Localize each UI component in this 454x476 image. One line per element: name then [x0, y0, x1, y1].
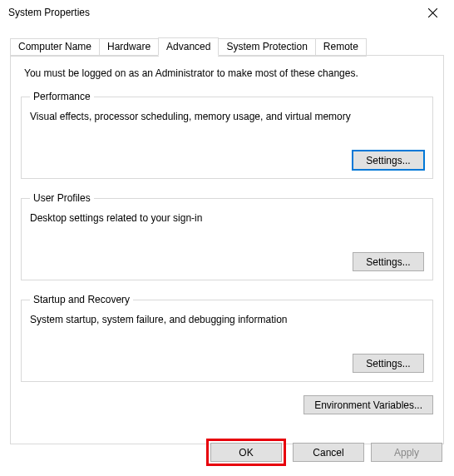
close-button[interactable] — [414, 0, 451, 25]
user-profiles-desc: Desktop settings related to your sign-in — [30, 212, 424, 224]
tab-advanced[interactable]: Advanced — [158, 37, 219, 56]
close-icon — [428, 8, 437, 17]
window-title: System Properties — [8, 7, 414, 18]
tab-page-advanced: You must be logged on as an Administrato… — [10, 55, 444, 444]
ok-highlight: OK — [206, 439, 286, 466]
system-properties-window: System Properties Computer Name Hardware… — [0, 0, 454, 476]
ok-button[interactable]: OK — [210, 443, 282, 462]
startup-recovery-group: Startup and Recovery System startup, sys… — [21, 294, 433, 382]
performance-legend: Performance — [30, 91, 94, 102]
titlebar: System Properties — [0, 0, 454, 25]
performance-desc: Visual effects, processor scheduling, me… — [30, 111, 424, 122]
startup-recovery-settings-button[interactable]: Settings... — [353, 354, 424, 373]
user-profiles-legend: User Profiles — [30, 192, 94, 204]
tab-remote[interactable]: Remote — [315, 38, 367, 57]
startup-recovery-legend: Startup and Recovery — [30, 294, 133, 305]
startup-recovery-desc: System startup, system failure, and debu… — [30, 314, 424, 325]
performance-settings-button[interactable]: Settings... — [353, 151, 424, 170]
environment-variables-button[interactable]: Environment Variables... — [303, 395, 433, 414]
user-profiles-group: User Profiles Desktop settings related t… — [21, 192, 433, 280]
tab-computer-name[interactable]: Computer Name — [10, 38, 100, 57]
cancel-button[interactable]: Cancel — [293, 443, 364, 462]
tab-strip: Computer Name Hardware Advanced System P… — [0, 25, 454, 55]
admin-warning-text: You must be logged on as an Administrato… — [24, 67, 433, 79]
performance-group: Performance Visual effects, processor sc… — [21, 91, 433, 179]
tab-system-protection[interactable]: System Protection — [218, 38, 315, 57]
apply-button[interactable]: Apply — [371, 443, 442, 462]
user-profiles-settings-button[interactable]: Settings... — [353, 252, 424, 271]
footer-buttons: OK Cancel Apply — [206, 439, 442, 466]
tab-hardware[interactable]: Hardware — [99, 38, 159, 57]
